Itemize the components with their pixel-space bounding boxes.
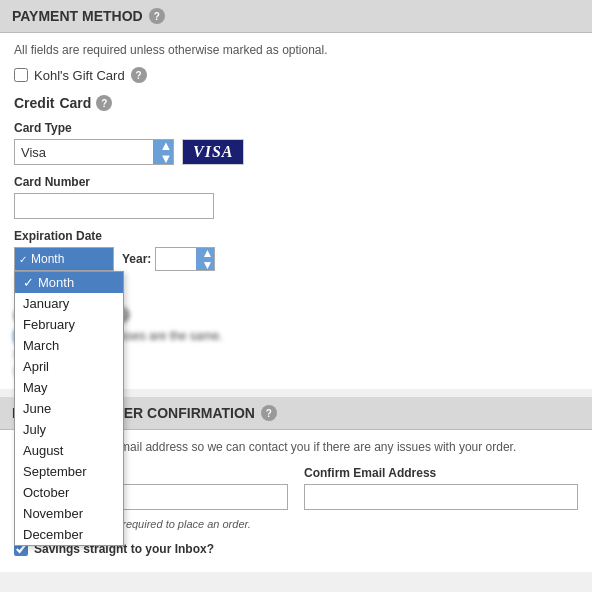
email-help-icon[interactable]: ? <box>261 405 277 421</box>
expiration-group: Expiration Date ✓ Month ✓ Month January … <box>14 229 578 271</box>
card-type-stepper-btn[interactable]: ▲ ▼ <box>153 140 173 164</box>
month-checkmark: ✓ <box>19 254 27 265</box>
year-label: Year: <box>122 252 151 266</box>
card-type-row: Visa ▲ ▼ VISA <box>14 139 578 165</box>
month-dropdown: ✓ Month January February March April May… <box>14 271 124 546</box>
payment-method-help-icon[interactable]: ? <box>149 8 165 24</box>
kohls-gift-label: Kohl's Gift Card <box>34 68 125 83</box>
month-item-november[interactable]: November <box>15 503 123 524</box>
payment-method-content: All fields are required unless otherwise… <box>0 33 592 297</box>
card-type-stepper[interactable]: Visa ▲ ▼ <box>14 139 174 165</box>
confirm-email-field-group: Confirm Email Address <box>304 466 578 510</box>
visa-text: VISA <box>193 143 233 160</box>
card-word: Card <box>59 95 91 111</box>
card-type-label: Card Type <box>14 121 578 135</box>
payment-method-title: PAYMENT METHOD <box>12 8 143 24</box>
month-dropdown-wrapper: ✓ Month ✓ Month January February March A… <box>14 247 114 271</box>
month-item-june[interactable]: June <box>15 398 123 419</box>
card-type-group: Card Type Visa ▲ ▼ VISA <box>14 121 578 165</box>
confirm-email-input[interactable] <box>304 484 578 510</box>
required-note: All fields are required unless otherwise… <box>14 43 578 57</box>
kohls-gift-row: Kohl's Gift Card ? <box>14 67 578 83</box>
month-item-april[interactable]: April <box>15 356 123 377</box>
month-item-may[interactable]: May <box>15 377 123 398</box>
year-down-icon: ▼ <box>197 259 213 271</box>
month-item-august[interactable]: August <box>15 440 123 461</box>
expiration-row: ✓ Month ✓ Month January February March A… <box>14 247 578 271</box>
month-item-march[interactable]: March <box>15 335 123 356</box>
visa-logo: VISA <box>182 139 244 165</box>
month-button[interactable]: ✓ Month <box>14 247 114 271</box>
month-item-july[interactable]: July <box>15 419 123 440</box>
credit-bold: Credit <box>14 95 54 111</box>
card-number-input[interactable] <box>14 193 214 219</box>
card-number-group: Card Number <box>14 175 578 219</box>
year-stepper-btn[interactable]: ▲ ▼ <box>196 248 214 270</box>
credit-card-label: Credit Card ? <box>14 95 578 111</box>
confirm-email-label: Confirm Email Address <box>304 466 578 480</box>
month-item-january[interactable]: January <box>15 293 123 314</box>
year-row: Year: ▲ ▼ <box>122 247 215 271</box>
card-type-value: Visa <box>15 145 153 160</box>
down-arrow-icon: ▼ <box>154 152 173 165</box>
month-item-february[interactable]: February <box>15 314 123 335</box>
month-selected-value: Month <box>31 252 64 266</box>
payment-method-header: PAYMENT METHOD ? <box>0 0 592 33</box>
month-item-month[interactable]: ✓ Month <box>15 272 123 293</box>
month-item-december[interactable]: December <box>15 524 123 545</box>
year-stepper[interactable]: ▲ ▼ <box>155 247 215 271</box>
credit-card-help-icon[interactable]: ? <box>96 95 112 111</box>
month-check-icon: ✓ <box>23 275 34 290</box>
kohls-gift-checkbox[interactable] <box>14 68 28 82</box>
expiration-label: Expiration Date <box>14 229 578 243</box>
month-item-september[interactable]: September <box>15 461 123 482</box>
month-item-october[interactable]: October <box>15 482 123 503</box>
card-number-label: Card Number <box>14 175 578 189</box>
kohls-gift-help-icon[interactable]: ? <box>131 67 147 83</box>
